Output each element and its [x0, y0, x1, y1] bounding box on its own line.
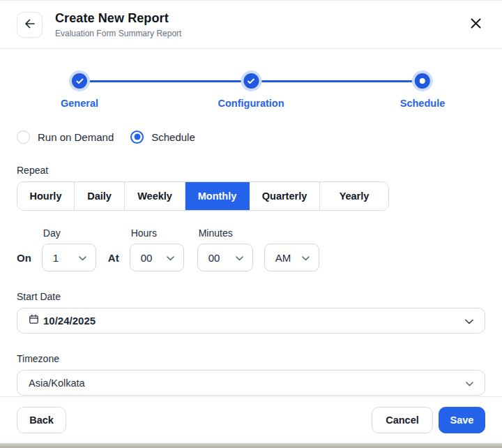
minutes-select[interactable]: 00 — [197, 244, 253, 271]
repeat-label: Repeat — [0, 165, 502, 176]
day-select-group: Day 1 — [42, 227, 96, 271]
chevron-down-icon — [236, 251, 243, 264]
day-label: Day — [42, 227, 96, 239]
bottom-edge-strip — [0, 443, 502, 448]
start-date-input[interactable]: 10/24/2025 — [17, 308, 485, 334]
check-icon — [247, 75, 254, 87]
back-button[interactable] — [17, 12, 43, 38]
hours-select-group: Hours 00 — [130, 227, 184, 271]
step-schedule-circle — [415, 73, 430, 89]
calendar-icon — [29, 314, 39, 327]
chevron-down-icon — [465, 315, 473, 327]
radio-run-on-demand-label: Run on Demand — [38, 131, 114, 143]
current-step-dot — [420, 78, 425, 84]
header-text: Create New Report Evaluation Form Summar… — [55, 11, 466, 38]
modal-footer: Back Cancel Save — [0, 396, 502, 443]
start-date-value-wrap: 10/24/2025 — [29, 314, 465, 327]
repeat-option-hourly[interactable]: Hourly — [17, 182, 75, 210]
repeat-option-yearly[interactable]: Yearly — [320, 182, 388, 210]
create-report-modal: Create New Report Evaluation Form Summar… — [0, 0, 502, 448]
close-icon — [470, 17, 482, 31]
timezone-select[interactable]: Asia/Kolkata — [17, 370, 485, 396]
chevron-down-icon — [79, 251, 86, 264]
repeat-option-daily[interactable]: Daily — [75, 182, 125, 210]
step-general-circle — [72, 73, 87, 89]
page-title: Create New Report — [55, 11, 466, 26]
hours-select[interactable]: 00 — [130, 244, 184, 271]
day-select[interactable]: 1 — [42, 244, 96, 271]
cancel-button[interactable]: Cancel — [372, 407, 433, 433]
step-schedule[interactable]: Schedule — [400, 73, 445, 109]
step-configuration[interactable]: Configuration — [218, 73, 284, 109]
meridiem-value: AM — [275, 252, 291, 264]
start-date-value: 10/24/2025 — [43, 315, 96, 327]
save-button[interactable]: Save — [439, 407, 485, 433]
step-general-label: General — [61, 98, 98, 109]
minutes-value: 00 — [208, 252, 220, 264]
on-label: On — [17, 252, 31, 264]
repeat-option-weekly[interactable]: Weekly — [125, 182, 185, 210]
step-configuration-circle — [243, 73, 259, 89]
repeat-segmented-control: Hourly Daily Weekly Monthly Quarterly Ye… — [17, 181, 389, 211]
timezone-label: Timezone — [0, 353, 502, 364]
hours-label: Hours — [130, 227, 184, 239]
chevron-down-icon — [466, 377, 473, 389]
run-mode-group: Run on Demand Schedule — [0, 130, 502, 144]
step-schedule-label: Schedule — [400, 98, 445, 109]
day-value: 1 — [53, 252, 59, 264]
check-icon — [76, 75, 84, 87]
modal-header: Create New Report Evaluation Form Summar… — [0, 1, 502, 48]
radio-checked-icon[interactable] — [130, 130, 144, 144]
at-label: At — [108, 252, 119, 264]
hours-value: 00 — [141, 252, 153, 264]
minutes-label: Minutes — [197, 227, 253, 239]
timezone-value: Asia/Kolkata — [29, 378, 466, 389]
back-step-button[interactable]: Back — [17, 407, 66, 433]
step-configuration-label: Configuration — [218, 98, 284, 109]
meridiem-select-group: AM — [264, 244, 319, 271]
wizard-stepper: General Configuration Schedule — [0, 49, 502, 113]
page-subtitle: Evaluation Form Summary Report — [55, 29, 466, 38]
radio-schedule[interactable]: Schedule — [130, 130, 195, 144]
schedule-time-row: On Day 1 At Hours 00 Minutes 00 — [0, 227, 502, 271]
meridiem-select[interactable]: AM — [264, 244, 319, 271]
minutes-select-group: Minutes 00 — [197, 227, 253, 271]
repeat-option-monthly[interactable]: Monthly — [185, 182, 250, 210]
repeat-option-quarterly[interactable]: Quarterly — [250, 182, 320, 210]
radio-circle-icon[interactable] — [17, 130, 30, 144]
chevron-down-icon — [167, 251, 174, 264]
chevron-down-icon — [302, 251, 310, 264]
start-date-label: Start Date — [0, 291, 502, 302]
radio-run-on-demand[interactable]: Run on Demand — [17, 130, 114, 144]
close-button[interactable] — [466, 15, 485, 34]
radio-schedule-label: Schedule — [151, 131, 195, 143]
arrow-left-icon — [24, 17, 36, 32]
step-general[interactable]: General — [61, 73, 98, 109]
